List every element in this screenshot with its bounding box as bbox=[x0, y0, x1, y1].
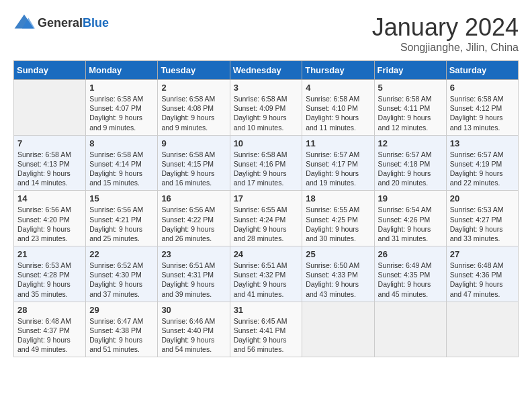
weekday-header-monday: Monday bbox=[86, 61, 158, 80]
daylight-label: Daylight: 9 hours and 41 minutes. bbox=[234, 280, 287, 298]
sunrise-label: Sunrise: 6:52 AM bbox=[89, 261, 143, 269]
sunset-label: Sunset: 4:15 PM bbox=[161, 160, 214, 168]
daylight-label: Daylight: 9 hours and 31 minutes. bbox=[378, 225, 431, 242]
daylight-label: Daylight: 9 hours and 51 minutes. bbox=[89, 336, 142, 353]
day-number: 26 bbox=[378, 249, 443, 259]
calendar-cell: 17 Sunrise: 6:55 AM Sunset: 4:24 PM Dayl… bbox=[230, 191, 302, 246]
cell-content: Sunrise: 6:53 AM Sunset: 4:28 PM Dayligh… bbox=[17, 261, 82, 299]
sunset-label: Sunset: 4:27 PM bbox=[450, 216, 502, 224]
weekday-header-row: SundayMondayTuesdayWednesdayThursdayFrid… bbox=[14, 61, 519, 80]
sunset-label: Sunset: 4:22 PM bbox=[161, 216, 214, 224]
sunrise-label: Sunrise: 6:55 AM bbox=[306, 205, 359, 214]
daylight-label: Daylight: 9 hours and 37 minutes. bbox=[89, 280, 142, 298]
sunset-label: Sunset: 4:07 PM bbox=[89, 104, 142, 112]
sunset-label: Sunset: 4:17 PM bbox=[306, 160, 358, 168]
cell-content: Sunrise: 6:55 AM Sunset: 4:24 PM Dayligh… bbox=[234, 205, 299, 243]
sunrise-label: Sunrise: 6:57 AM bbox=[450, 150, 504, 158]
sunrise-label: Sunrise: 6:57 AM bbox=[306, 150, 359, 158]
calendar-cell: 8 Sunrise: 6:58 AM Sunset: 4:14 PM Dayli… bbox=[86, 135, 158, 191]
sunrise-label: Sunrise: 6:57 AM bbox=[378, 150, 432, 158]
sunset-label: Sunset: 4:21 PM bbox=[89, 216, 142, 224]
calendar-week-row: 7 Sunrise: 6:58 AM Sunset: 4:13 PM Dayli… bbox=[14, 135, 519, 191]
daylight-label: Daylight: 9 hours and 20 minutes. bbox=[378, 169, 431, 187]
day-number: 6 bbox=[450, 83, 515, 93]
calendar-cell: 13 Sunrise: 6:57 AM Sunset: 4:19 PM Dayl… bbox=[446, 135, 518, 191]
calendar-cell: 7 Sunrise: 6:58 AM Sunset: 4:13 PM Dayli… bbox=[14, 135, 86, 191]
sunset-label: Sunset: 4:10 PM bbox=[306, 104, 358, 112]
sunrise-label: Sunrise: 6:56 AM bbox=[17, 205, 71, 214]
cell-content: Sunrise: 6:58 AM Sunset: 4:07 PM Dayligh… bbox=[89, 94, 154, 132]
cell-content: Sunrise: 6:48 AM Sunset: 4:37 PM Dayligh… bbox=[17, 316, 82, 355]
cell-content: Sunrise: 6:49 AM Sunset: 4:35 PM Dayligh… bbox=[378, 261, 443, 299]
weekday-header-friday: Friday bbox=[374, 61, 446, 80]
calendar-cell: 16 Sunrise: 6:56 AM Sunset: 4:22 PM Dayl… bbox=[158, 191, 230, 246]
sunrise-label: Sunrise: 6:58 AM bbox=[89, 150, 143, 158]
calendar-cell: 18 Sunrise: 6:55 AM Sunset: 4:25 PM Dayl… bbox=[302, 191, 374, 246]
calendar-cell: 11 Sunrise: 6:57 AM Sunset: 4:17 PM Dayl… bbox=[302, 135, 374, 191]
cell-content: Sunrise: 6:58 AM Sunset: 4:12 PM Dayligh… bbox=[450, 94, 515, 132]
cell-content: Sunrise: 6:54 AM Sunset: 4:26 PM Dayligh… bbox=[378, 205, 443, 243]
sunset-label: Sunset: 4:14 PM bbox=[89, 160, 142, 168]
sunset-label: Sunset: 4:37 PM bbox=[17, 326, 70, 334]
sunset-label: Sunset: 4:41 PM bbox=[234, 326, 286, 334]
calendar-cell: 31 Sunrise: 6:45 AM Sunset: 4:41 PM Dayl… bbox=[230, 302, 302, 357]
day-number: 3 bbox=[234, 83, 299, 93]
day-number: 2 bbox=[161, 83, 226, 93]
cell-content: Sunrise: 6:48 AM Sunset: 4:36 PM Dayligh… bbox=[450, 261, 515, 299]
day-number: 7 bbox=[17, 138, 82, 148]
daylight-label: Daylight: 9 hours and 14 minutes. bbox=[17, 169, 71, 187]
cell-content: Sunrise: 6:58 AM Sunset: 4:15 PM Dayligh… bbox=[161, 150, 226, 188]
sunrise-label: Sunrise: 6:58 AM bbox=[161, 150, 215, 158]
daylight-label: Daylight: 9 hours and 35 minutes. bbox=[17, 280, 71, 298]
calendar-cell bbox=[302, 302, 374, 357]
sunrise-label: Sunrise: 6:47 AM bbox=[89, 317, 143, 325]
sunrise-label: Sunrise: 6:58 AM bbox=[378, 95, 432, 103]
cell-content: Sunrise: 6:58 AM Sunset: 4:10 PM Dayligh… bbox=[306, 94, 370, 132]
sunrise-label: Sunrise: 6:56 AM bbox=[161, 205, 215, 214]
calendar-cell: 12 Sunrise: 6:57 AM Sunset: 4:18 PM Dayl… bbox=[374, 135, 446, 191]
sunset-label: Sunset: 4:24 PM bbox=[234, 216, 286, 224]
sunrise-label: Sunrise: 6:58 AM bbox=[89, 95, 143, 103]
calendar-cell: 27 Sunrise: 6:48 AM Sunset: 4:36 PM Dayl… bbox=[446, 246, 518, 302]
day-number: 29 bbox=[89, 305, 154, 315]
sunset-label: Sunset: 4:30 PM bbox=[89, 271, 142, 279]
cell-content: Sunrise: 6:51 AM Sunset: 4:31 PM Dayligh… bbox=[161, 261, 226, 299]
calendar-table: SundayMondayTuesdayWednesdayThursdayFrid… bbox=[13, 60, 519, 357]
cell-content: Sunrise: 6:57 AM Sunset: 4:17 PM Dayligh… bbox=[306, 150, 370, 188]
day-number: 15 bbox=[89, 193, 154, 203]
daylight-label: Daylight: 9 hours and 26 minutes. bbox=[161, 225, 214, 242]
weekday-header-wednesday: Wednesday bbox=[230, 61, 302, 80]
sunrise-label: Sunrise: 6:56 AM bbox=[89, 205, 143, 214]
sunrise-label: Sunrise: 6:58 AM bbox=[234, 95, 287, 103]
calendar-cell: 21 Sunrise: 6:53 AM Sunset: 4:28 PM Dayl… bbox=[14, 246, 86, 302]
day-number: 13 bbox=[450, 138, 515, 148]
daylight-label: Daylight: 9 hours and 9 minutes. bbox=[161, 113, 214, 131]
sunrise-label: Sunrise: 6:58 AM bbox=[450, 95, 504, 103]
daylight-label: Daylight: 9 hours and 10 minutes. bbox=[234, 113, 287, 131]
daylight-label: Daylight: 9 hours and 30 minutes. bbox=[306, 225, 359, 242]
sunset-label: Sunset: 4:33 PM bbox=[306, 271, 358, 279]
day-number: 20 bbox=[450, 193, 515, 203]
daylight-label: Daylight: 9 hours and 25 minutes. bbox=[89, 225, 142, 242]
logo-blue: Blue bbox=[83, 16, 109, 30]
weekday-header-sunday: Sunday bbox=[14, 61, 86, 80]
sunset-label: Sunset: 4:28 PM bbox=[17, 271, 70, 279]
cell-content: Sunrise: 6:47 AM Sunset: 4:38 PM Dayligh… bbox=[89, 316, 154, 355]
cell-content: Sunrise: 6:56 AM Sunset: 4:20 PM Dayligh… bbox=[17, 205, 82, 243]
title-block: January 2024 Songjianghe, Jilin, China bbox=[372, 13, 519, 54]
calendar-cell: 10 Sunrise: 6:58 AM Sunset: 4:16 PM Dayl… bbox=[230, 135, 302, 191]
sunrise-label: Sunrise: 6:51 AM bbox=[234, 261, 287, 269]
daylight-label: Daylight: 9 hours and 19 minutes. bbox=[306, 169, 359, 187]
calendar-cell: 9 Sunrise: 6:58 AM Sunset: 4:15 PM Dayli… bbox=[158, 135, 230, 191]
daylight-label: Daylight: 9 hours and 28 minutes. bbox=[234, 225, 287, 242]
sunset-label: Sunset: 4:36 PM bbox=[450, 271, 502, 279]
location-subtitle: Songjianghe, Jilin, China bbox=[372, 42, 519, 54]
calendar-cell: 2 Sunrise: 6:58 AM Sunset: 4:08 PM Dayli… bbox=[158, 80, 230, 136]
sunset-label: Sunset: 4:35 PM bbox=[378, 271, 431, 279]
cell-content: Sunrise: 6:52 AM Sunset: 4:30 PM Dayligh… bbox=[89, 261, 154, 299]
cell-content: Sunrise: 6:58 AM Sunset: 4:11 PM Dayligh… bbox=[378, 94, 443, 132]
day-number: 27 bbox=[450, 249, 515, 259]
calendar-cell: 14 Sunrise: 6:56 AM Sunset: 4:20 PM Dayl… bbox=[14, 191, 86, 246]
cell-content: Sunrise: 6:51 AM Sunset: 4:32 PM Dayligh… bbox=[234, 261, 299, 299]
sunrise-label: Sunrise: 6:45 AM bbox=[234, 317, 287, 325]
